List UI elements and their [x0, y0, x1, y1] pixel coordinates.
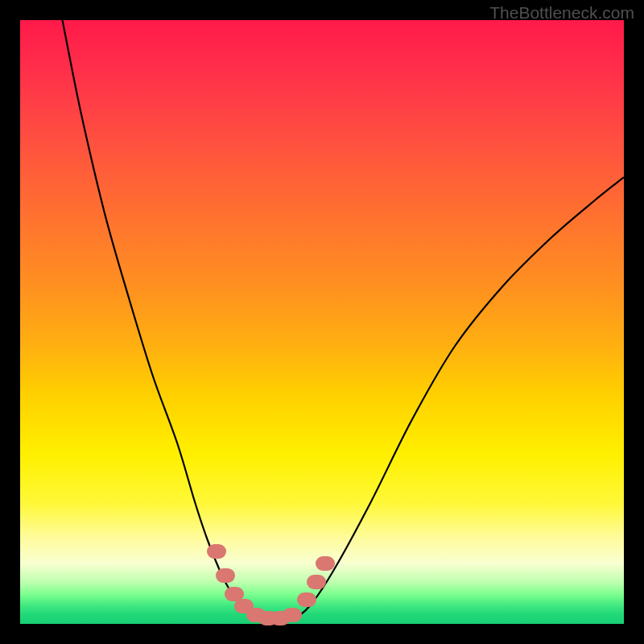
data-marker [307, 575, 326, 589]
data-marker [207, 544, 226, 559]
data-marker [297, 592, 316, 607]
data-marker [316, 556, 335, 571]
chart-area [20, 20, 624, 624]
watermark-text: TheBottleneck.com [489, 3, 634, 23]
data-marker [216, 568, 235, 583]
data-marker [283, 608, 302, 622]
markers-layer [20, 20, 624, 624]
